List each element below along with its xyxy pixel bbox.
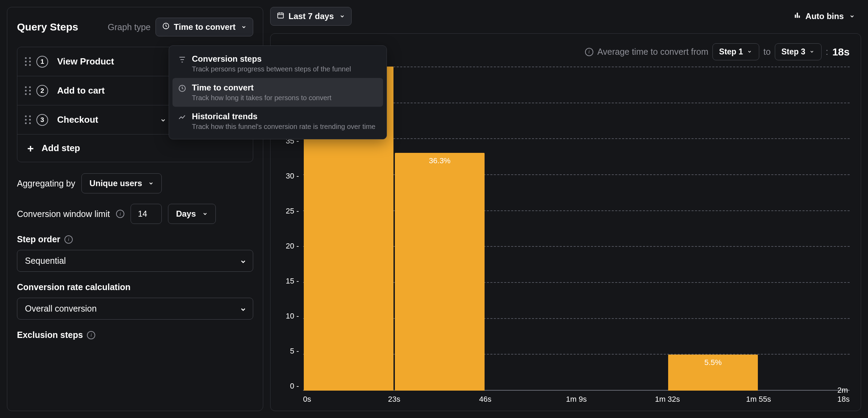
histogram-bar[interactable]: 5.5% [668, 355, 758, 391]
drag-handle-icon[interactable] [25, 115, 31, 124]
step-number: 3 [36, 114, 48, 126]
y-tick: 15 - [286, 277, 299, 286]
y-tick: 0 - [290, 382, 299, 391]
exclusion-steps-label: Exclusion steps [17, 330, 83, 340]
step-order-label: Step order [17, 234, 60, 244]
conversion-window-unit-select[interactable]: Days [168, 204, 215, 224]
svg-rect-5 [797, 13, 798, 18]
bar-chart-icon [794, 11, 801, 21]
drag-handle-icon[interactable] [25, 86, 31, 95]
bar-slot: 5.5% [667, 67, 759, 391]
svg-rect-4 [795, 15, 796, 18]
trend-icon [178, 113, 187, 122]
chevron-down-icon [148, 181, 154, 186]
dropdown-item-time-to-convert[interactable]: Time to convert Track how long it takes … [172, 78, 383, 107]
bar-slot [485, 67, 576, 391]
graph-type-select[interactable]: Time to convert [156, 18, 253, 36]
x-tick: 2m 18s [838, 386, 850, 404]
dropdown-item-conversion-steps[interactable]: Conversion steps Track persons progress … [172, 49, 383, 78]
chevron-down-icon [809, 49, 815, 55]
info-icon[interactable]: i [87, 331, 95, 339]
svg-rect-6 [799, 16, 800, 18]
clock-icon [162, 22, 170, 32]
aggregating-label: Aggregating by [17, 178, 75, 189]
x-tick: 1m 55s [746, 395, 771, 404]
conversion-rate-label: Conversion rate calculation [17, 282, 131, 292]
dropdown-item-historical-trends[interactable]: Historical trends Track how this funnel'… [172, 107, 383, 136]
conversion-window-label: Conversion window limit [17, 209, 110, 219]
clock-icon [178, 84, 187, 93]
x-tick: 1m 32s [655, 395, 680, 404]
chevron-down-icon [849, 14, 855, 19]
info-icon[interactable]: i [116, 210, 124, 218]
x-tick: 46s [479, 395, 491, 404]
chevron-down-icon [339, 14, 345, 19]
bar-label: 5.5% [704, 358, 721, 367]
bins-select[interactable]: Auto bins [787, 7, 861, 26]
chevron-down-icon [160, 117, 166, 123]
info-icon[interactable]: i [585, 48, 593, 56]
avg-step-to-select[interactable]: Step 3 [775, 43, 822, 60]
step-event-select[interactable]: Checkout [54, 112, 169, 127]
y-tick: 5 - [290, 347, 299, 356]
panel-title: Query Steps [17, 21, 78, 33]
conversion-rate-select[interactable]: Overall conversion [17, 298, 253, 320]
step-order-select[interactable]: Sequential [17, 250, 253, 272]
bar-slot [759, 67, 850, 391]
bar-slot: 36.3% [394, 67, 485, 391]
avg-label: Average time to convert from [597, 47, 709, 57]
bar-label: 36.3% [429, 156, 450, 165]
svg-rect-3 [278, 13, 284, 18]
plus-icon: + [26, 143, 35, 153]
x-tick: 23s [388, 395, 400, 404]
step-number: 1 [36, 56, 48, 68]
y-tick: 25 - [286, 207, 299, 216]
x-tick: 1m 9s [566, 395, 587, 404]
avg-value: 18s [832, 46, 850, 58]
funnel-icon [178, 55, 187, 64]
y-tick: 10 - [286, 312, 299, 321]
chevron-down-icon [240, 258, 245, 264]
chevron-down-icon [240, 306, 245, 312]
conversion-window-input[interactable] [131, 204, 162, 224]
aggregating-select[interactable]: Unique users [81, 173, 162, 193]
y-tick: 30 - [286, 172, 299, 181]
chevron-down-icon [241, 24, 247, 30]
step-number: 2 [36, 85, 48, 97]
drag-handle-icon[interactable] [25, 57, 31, 66]
chevron-down-icon [202, 211, 208, 217]
chevron-down-icon [747, 49, 753, 55]
query-steps-panel: Query Steps Graph type Time to convert [7, 7, 263, 411]
calendar-icon [277, 11, 284, 21]
graph-type-dropdown: Conversion steps Track persons progress … [169, 45, 387, 139]
y-tick: 20 - [286, 242, 299, 251]
avg-step-from-select[interactable]: Step 1 [712, 43, 759, 60]
graph-type-label: Graph type [108, 22, 151, 32]
info-icon[interactable]: i [64, 235, 73, 244]
histogram-bar[interactable]: 36.3% [395, 153, 485, 391]
bar-slot [576, 67, 667, 391]
x-tick: 0s [303, 395, 311, 404]
date-range-select[interactable]: Last 7 days [270, 7, 352, 26]
